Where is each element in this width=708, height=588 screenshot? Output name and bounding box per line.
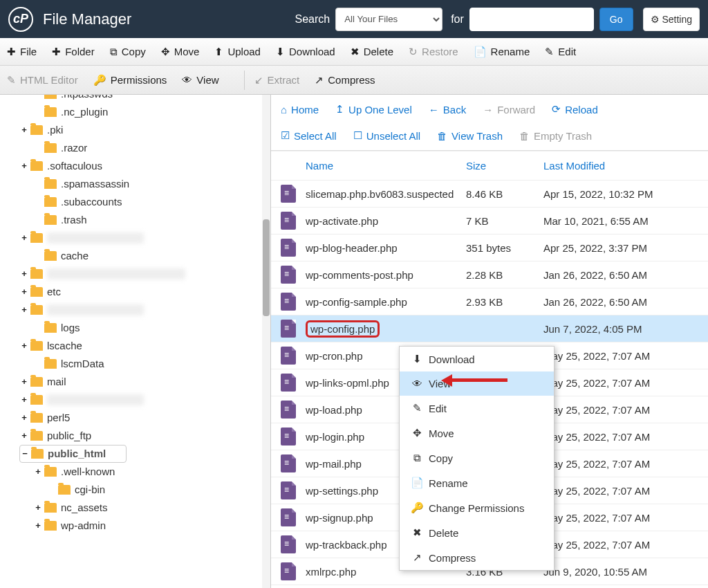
tree-item[interactable]: + [19,391,270,409]
settings-button[interactable]: ⚙ Setting [643,8,700,31]
edit-button[interactable]: ✎Edit [545,46,576,58]
scrollbar-thumb[interactable] [263,219,270,316]
compress-button[interactable]: ↗Compress [315,74,375,86]
folder-button[interactable]: ✚Folder [52,46,95,58]
tree-item[interactable]: lscmData [19,355,270,373]
tree-item[interactable]: logs [19,319,270,337]
tree-item[interactable]: .trash [19,211,270,229]
file-row[interactable]: wp-comments-post.php2.28 KBJan 26, 2022,… [271,261,708,288]
context-menu-item[interactable]: ↗Compress [400,545,554,570]
context-menu-item[interactable]: ✎Edit [400,396,554,421]
context-menu-item[interactable]: ⧉Copy [400,445,554,470]
expand-icon[interactable]: + [19,157,29,175]
expand-icon[interactable]: − [20,445,30,463]
context-menu-item[interactable]: ✥Move [400,421,554,445]
permissions-button[interactable]: 🔑Permissions [93,74,167,86]
tree-item[interactable]: +mail [19,373,270,391]
expand-icon[interactable]: + [19,409,29,427]
file-row[interactable]: wp-blog-header.php351 bytesApr 25, 2022,… [271,235,708,261]
search-scope-select[interactable]: All Your Files [335,8,442,31]
tree-item[interactable]: + [19,229,270,247]
expand-icon[interactable]: + [19,301,29,319]
file-size: 8.46 KB [466,188,543,200]
tree-item[interactable]: −public_html [19,445,127,463]
tree-item[interactable]: +nc_assets [19,499,270,517]
context-menu-item[interactable]: 📄Rename [400,470,554,495]
back-button[interactable]: ←Back [429,103,466,116]
expand-icon[interactable]: + [33,499,43,517]
rename-button[interactable]: 📄Rename [474,46,530,58]
context-menu-item[interactable]: 👁View [400,371,554,396]
file-row[interactable]: slicemap.php.bv6083.suspected8.46 KBApr … [271,181,708,208]
tree-item[interactable]: cgi-bin [19,481,270,499]
tree-item[interactable]: +lscache [19,337,270,355]
tree-item[interactable]: +public_ftp [19,427,270,445]
extract-button[interactable]: ↙Extract [254,74,300,86]
delete-icon: ✖ [351,46,360,58]
file-size: 2.93 KB [466,296,543,308]
expand-icon[interactable]: + [19,337,29,355]
tree-item[interactable]: + [19,301,270,319]
folder-tree-panel: .htpasswds.nc_plugin+.pki.razor+.softacu… [0,95,271,588]
move-button[interactable]: ✥Move [161,46,200,58]
file-button[interactable]: ✚File [7,46,37,58]
tree-item[interactable]: +.pki [19,121,270,139]
tree-item[interactable]: .htpasswds [19,95,270,103]
expand-icon[interactable]: + [33,463,43,481]
context-menu-item[interactable]: ⬇Download [400,347,554,371]
upload-button[interactable]: ⬆Upload [214,46,261,58]
select-all-button[interactable]: ☑Select All [281,129,337,142]
file-row[interactable]: wp-config-sample.php2.93 KBJan 26, 2022,… [271,288,708,315]
file-row[interactable]: wp-config.phpJun 7, 2022, 4:05 PM [271,315,708,342]
expand-icon[interactable]: + [19,229,29,247]
tree-item[interactable]: +etc [19,283,270,301]
col-name[interactable]: Name [306,160,466,172]
expand-icon[interactable]: + [19,121,29,139]
scrollbar-track[interactable] [262,95,270,588]
tree-item[interactable]: +perl5 [19,409,270,427]
tree-item[interactable]: .subaccounts [19,193,270,211]
view-button[interactable]: 👁View [182,74,218,86]
context-menu-item[interactable]: 🔑Change Permissions [400,495,554,520]
delete-button[interactable]: ✖Delete [351,46,393,58]
col-modified[interactable]: Last Modified [543,160,698,172]
menu-item-icon: ⬇ [409,353,425,365]
context-menu-item[interactable]: ✖Delete [400,520,554,545]
expand-icon[interactable]: + [19,427,29,445]
restore-button[interactable]: ↻Restore [409,46,458,58]
file-icon [281,508,296,526]
file-icon [281,212,296,230]
view-trash-button[interactable]: 🗑View Trash [437,129,503,142]
tree-item[interactable]: + [19,265,270,283]
reload-button[interactable]: ⟳Reload [552,103,598,116]
tree-item[interactable]: .spamassassin [19,175,270,193]
tree-item[interactable]: +wp-admin [19,517,270,535]
expand-icon[interactable]: + [19,391,29,409]
unselect-all-button[interactable]: ☐Unselect All [353,129,420,142]
expand-icon[interactable]: + [19,265,29,283]
tree-item[interactable]: +.well-known [19,463,270,481]
html-editor-button[interactable]: ✎HTML Editor [7,74,78,86]
file-row[interactable]: wp-activate.php7 KBMar 10, 2021, 6:55 AM [271,208,708,235]
copy-button[interactable]: ⧉Copy [110,46,146,58]
forward-button[interactable]: →Forward [483,103,535,116]
folder-icon [30,305,43,315]
tree-item[interactable]: .razor [19,139,270,157]
folder-icon [30,341,43,351]
expand-icon[interactable]: + [33,517,43,535]
go-button[interactable]: Go [599,8,633,31]
file-modified: May 25, 2022, 7:07 AM [543,539,698,551]
empty-trash-button[interactable]: 🗑Empty Trash [519,129,592,142]
tree-item[interactable]: +.softaculous [19,157,270,175]
col-size[interactable]: Size [466,160,543,172]
menu-item-label: Compress [429,552,476,564]
expand-icon[interactable]: + [19,283,29,301]
tree-item[interactable]: cache [19,247,270,265]
expand-icon[interactable]: + [19,373,29,391]
download-button[interactable]: ⬇Download [276,46,335,58]
home-button[interactable]: ⌂Home [281,103,319,116]
up-level-button[interactable]: ↥Up One Level [335,103,412,116]
restore-icon: ↻ [409,46,418,58]
search-input[interactable] [469,8,594,31]
tree-item[interactable]: .nc_plugin [19,103,270,121]
